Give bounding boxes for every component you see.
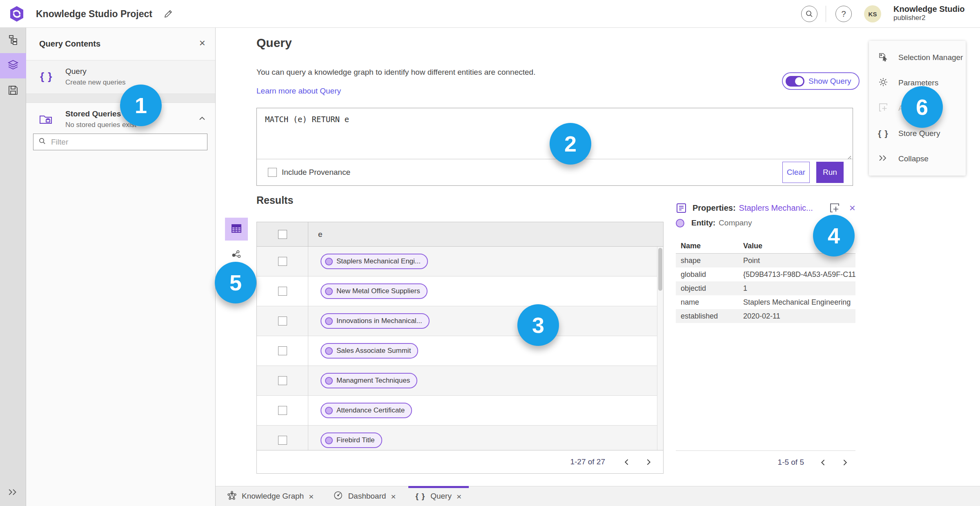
- edit-title-icon[interactable]: [163, 9, 173, 19]
- close-panel-icon[interactable]: ×: [199, 38, 205, 48]
- table-view-button[interactable]: [225, 218, 248, 241]
- chevron-up-icon[interactable]: [198, 114, 206, 123]
- column-header-e: e: [308, 222, 663, 246]
- entity-dot-icon: [325, 407, 333, 415]
- menu-item-collapse[interactable]: Collapse: [869, 146, 966, 172]
- next-page-button[interactable]: [641, 455, 655, 469]
- entity-pill-label: Attendance Certificate: [336, 406, 405, 415]
- query-description: You can query a knowledge graph to ident…: [256, 68, 535, 77]
- property-name: globalid: [676, 270, 743, 279]
- header-divider: [826, 6, 826, 22]
- properties-label: Properties:: [693, 203, 736, 213]
- entity-pill[interactable]: Innovations in Mechanical...: [321, 313, 430, 329]
- rail-item-data-model[interactable]: [0, 28, 26, 53]
- properties-doc-icon: [676, 203, 687, 214]
- annotation-circle-5: 5: [215, 262, 256, 303]
- braces-icon: { }: [40, 70, 53, 83]
- left-icon-rail: [0, 28, 26, 506]
- close-tab-icon[interactable]: ×: [309, 492, 314, 501]
- tab-knowledge-graph[interactable]: Knowledge Graph ×: [220, 486, 321, 506]
- tab-label: Query: [430, 492, 452, 501]
- entity-pill[interactable]: Managment Techniques: [321, 373, 417, 388]
- app-header: Knowledge Studio Project ? KS Knowledge …: [0, 0, 980, 28]
- hierarchy-icon: [7, 34, 19, 47]
- results-title: Results: [256, 194, 293, 206]
- tab-label: Knowledge Graph: [242, 492, 304, 501]
- braces-icon: { }: [878, 129, 889, 138]
- table-row: Firebird Title: [257, 426, 663, 450]
- account-name: Knowledge Studio: [893, 4, 964, 14]
- close-properties-icon[interactable]: ×: [849, 203, 855, 213]
- avatar[interactable]: KS: [864, 5, 881, 22]
- entity-pill[interactable]: Firebird Title: [321, 432, 382, 448]
- clear-button[interactable]: Clear: [782, 162, 810, 183]
- row-checkbox[interactable]: [278, 257, 287, 266]
- help-button[interactable]: ?: [835, 6, 852, 22]
- entity-pill[interactable]: New Metal Office Suppliers: [321, 283, 428, 299]
- show-query-toggle[interactable]: Show Query: [782, 72, 860, 90]
- filter-input[interactable]: [51, 138, 202, 147]
- property-name: established: [676, 312, 743, 321]
- page-title: Knowledge Studio Project: [36, 0, 152, 28]
- entity-pill-label: Managment Techniques: [336, 377, 410, 385]
- select-all-checkbox[interactable]: [278, 230, 287, 239]
- close-tab-icon[interactable]: ×: [457, 492, 461, 501]
- entity-pill[interactable]: Staplers Mechanical Engi...: [321, 254, 428, 269]
- include-provenance-checkbox[interactable]: [268, 168, 277, 177]
- entity-dot-icon: [325, 347, 333, 355]
- bottom-tab-bar: Knowledge Graph × Dashboard × { } Query …: [216, 486, 980, 506]
- tab-dashboard[interactable]: Dashboard ×: [326, 486, 403, 506]
- layers-icon: [7, 59, 19, 73]
- tab-query[interactable]: { } Query ×: [408, 486, 469, 506]
- panel-title: Query Contents: [39, 39, 100, 49]
- row-checkbox[interactable]: [278, 406, 287, 415]
- property-row: established 2020-02-11: [676, 309, 855, 323]
- results-table: e Staplers Mechanical Engi... New Metal …: [256, 222, 664, 474]
- annotation-circle-6: 6: [901, 86, 943, 128]
- row-checkbox[interactable]: [278, 287, 287, 296]
- row-checkbox[interactable]: [278, 376, 287, 385]
- properties-entity-link[interactable]: Staplers Mechanic...: [739, 203, 813, 213]
- menu-item-label: Store Query: [898, 129, 940, 138]
- menu-item-selection-manager[interactable]: Selection Manager: [869, 45, 966, 70]
- row-checkbox[interactable]: [278, 346, 287, 355]
- account-menu[interactable]: Knowledge Studio publisher2: [893, 4, 964, 22]
- entity-pill[interactable]: Attendance Certificate: [321, 403, 412, 418]
- annotation-circle-1: 1: [120, 85, 162, 126]
- scrollbar-thumb[interactable]: [658, 248, 662, 291]
- row-checkbox[interactable]: [278, 317, 287, 325]
- table-icon: [230, 222, 243, 236]
- property-value: 1: [743, 284, 855, 293]
- row-checkbox[interactable]: [278, 436, 287, 445]
- entity-pill-label: Firebird Title: [336, 436, 375, 444]
- include-provenance-label: Include Provenance: [282, 168, 350, 177]
- rail-item-save[interactable]: [0, 78, 26, 104]
- results-page-range: 1-27 of 27: [570, 457, 605, 466]
- search-button[interactable]: [801, 6, 817, 22]
- annotation-circle-2: 2: [550, 123, 591, 165]
- properties-next-page-button[interactable]: [837, 455, 851, 469]
- properties-previous-page-button[interactable]: [816, 455, 830, 469]
- query-footer: Include Provenance Clear Run: [257, 159, 853, 185]
- entity-type-row: Entity: Company: [676, 218, 752, 227]
- learn-more-link[interactable]: Learn more about Query: [256, 87, 341, 96]
- stored-queries-subtitle: No stored queries exist: [65, 121, 136, 129]
- property-name: objectid: [676, 284, 743, 293]
- expand-rail-button[interactable]: [0, 486, 26, 500]
- results-table-header: e: [257, 222, 663, 247]
- sidebar-item-query[interactable]: { } Query Create new queries: [26, 60, 215, 94]
- close-tab-icon[interactable]: ×: [391, 492, 396, 501]
- stored-queries-filter: [33, 134, 207, 150]
- entity-pill[interactable]: Sales Associate Summit: [321, 343, 418, 359]
- query-section-title: Query: [256, 36, 292, 50]
- entity-pill-label: Sales Associate Summit: [336, 347, 411, 355]
- stored-queries-title: Stored Queries: [65, 109, 121, 118]
- previous-page-button[interactable]: [620, 455, 634, 469]
- table-row: Innovations in Mechanical...: [257, 306, 663, 336]
- rail-item-contents[interactable]: [0, 53, 26, 78]
- add-to-new-icon[interactable]: [829, 202, 840, 214]
- entity-dot-icon: [325, 317, 333, 325]
- run-button[interactable]: Run: [816, 162, 844, 183]
- table-row: Staplers Mechanical Engi...: [257, 247, 663, 276]
- search-icon: [38, 137, 46, 147]
